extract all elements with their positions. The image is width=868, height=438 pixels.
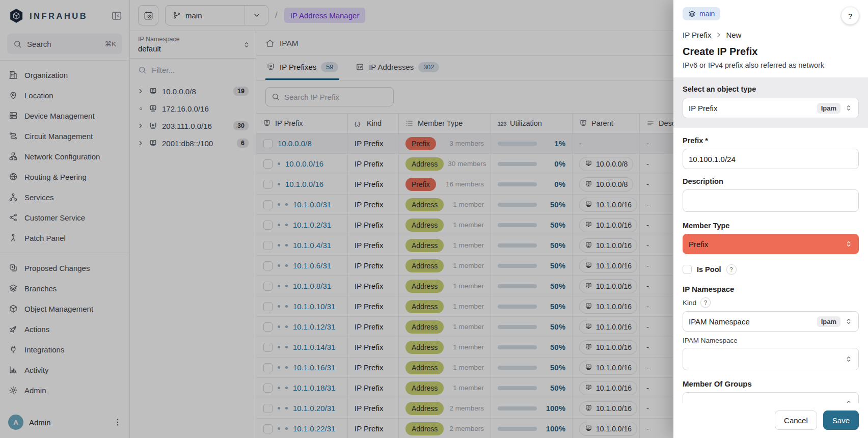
- chevrons-up-down-icon: [845, 317, 853, 325]
- drawer-title: Create IP Prefix: [683, 46, 859, 58]
- kind-help-icon[interactable]: ?: [700, 297, 711, 308]
- kind-badge: Ipam: [817, 316, 840, 327]
- drawer-header: main ? IP Prefix New Create IP Prefix IP…: [673, 0, 868, 77]
- drawer-form: Prefix * Description Member Type Prefix …: [673, 128, 868, 403]
- member-type-value: Prefix: [689, 240, 840, 249]
- object-type-value: IP Prefix: [689, 104, 813, 113]
- drawer-breadcrumb: IP Prefix New: [683, 31, 859, 39]
- member-type-select[interactable]: Prefix: [683, 234, 859, 254]
- prefix-input[interactable]: [683, 149, 859, 169]
- kind-select[interactable]: IPAM Namespace Ipam: [683, 311, 859, 332]
- ipam-namespace-select[interactable]: [683, 348, 859, 370]
- description-label: Description: [683, 177, 859, 185]
- object-type-label: Select an object type: [683, 85, 859, 93]
- object-type-kind-badge: Ipam: [817, 103, 840, 114]
- chevrons-up-down-icon: [845, 104, 853, 112]
- description-input[interactable]: [683, 189, 859, 212]
- branch-badge[interactable]: main: [683, 7, 720, 20]
- layers-icon: [688, 10, 696, 18]
- branch-badge-label: main: [699, 10, 715, 18]
- chevrons-up-down-icon: [845, 240, 853, 248]
- object-type-section: Select an object type IP Prefix Ipam: [673, 77, 868, 128]
- breadcrumb-item[interactable]: IP Prefix: [683, 31, 711, 39]
- kind-row: Kind ?: [683, 297, 859, 308]
- ipam-namespace-label: IPAM Namespace: [683, 337, 859, 344]
- kind-value: IPAM Namespace: [689, 317, 813, 326]
- cancel-button[interactable]: Cancel: [775, 410, 817, 430]
- object-type-select[interactable]: IP Prefix Ipam: [683, 98, 859, 118]
- member-type-label: Member Type: [683, 222, 859, 230]
- member-of-groups-select[interactable]: [683, 392, 859, 403]
- is-pool-row: Is Pool ?: [683, 264, 859, 275]
- save-button[interactable]: Save: [823, 410, 859, 430]
- breadcrumb-item: New: [726, 31, 741, 39]
- drawer-footer: Cancel Save: [673, 403, 868, 438]
- drawer-subtitle: IPv6 or IPv4 prefix also referred as net…: [683, 61, 859, 69]
- is-pool-checkbox[interactable]: [683, 265, 692, 274]
- ip-namespace-section-title: IP Namespace: [683, 285, 859, 293]
- member-of-groups-label: Member Of Groups: [683, 379, 859, 388]
- create-ip-prefix-drawer: main ? IP Prefix New Create IP Prefix IP…: [673, 0, 868, 438]
- chevrons-up-down-icon: [845, 355, 853, 363]
- is-pool-help-icon[interactable]: ?: [726, 264, 737, 275]
- prefix-label: Prefix *: [683, 136, 859, 145]
- help-button[interactable]: ?: [842, 7, 859, 24]
- is-pool-label: Is Pool: [697, 265, 721, 273]
- kind-label: Kind: [683, 299, 696, 307]
- app-root: INFRAHUB Search ⌘K OrganizationLocationD…: [0, 0, 868, 438]
- chevron-right-icon: [715, 32, 722, 38]
- chevrons-up-down-icon: [845, 399, 853, 403]
